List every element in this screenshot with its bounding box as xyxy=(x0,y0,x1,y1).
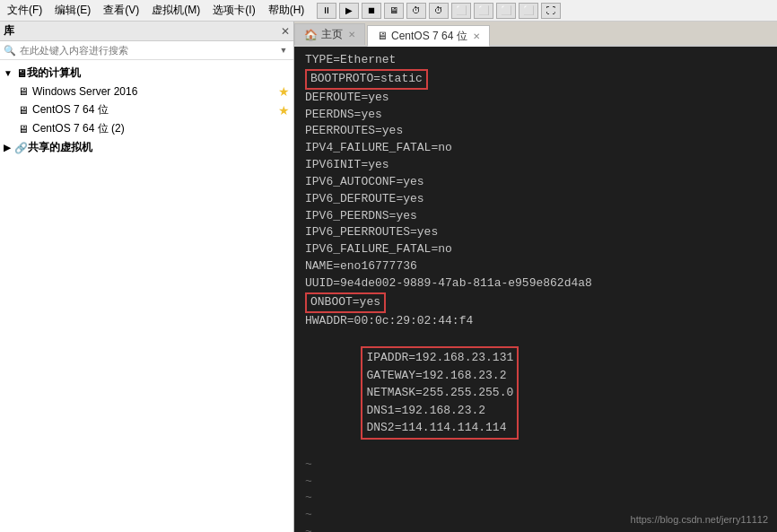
sidebar-header: 库 ✕ xyxy=(0,22,293,41)
term-tilde-2: ~ xyxy=(305,474,766,491)
tab-centos[interactable]: 🖥 CentOS 7 64 位 ✕ xyxy=(367,25,490,47)
sidebar-item-windows-label: Windows Server 2016 xyxy=(32,85,275,98)
term-line-peerroutes: PEERROUTES=yes xyxy=(305,123,766,140)
menu-vm[interactable]: 虚拟机(M) xyxy=(148,1,204,20)
toolbar-icons: ⏸ ▶ ⏹ 🖥 ⏱ ⏱ ⬜ ⬜ ⬜ ⬜ ⛶ xyxy=(317,3,561,19)
search-icon: 🔍 xyxy=(4,45,16,57)
highlight-bootproto: BOOTPROTO=static xyxy=(305,69,428,90)
menu-view[interactable]: 查看(V) xyxy=(100,1,143,20)
shared-icon: 🔗 xyxy=(14,142,28,154)
sidebar-item-centos2[interactable]: 🖥 CentOS 7 64 位 (2) xyxy=(0,119,293,138)
term-line-ipv6auto: IPV6_AUTOCONF=yes xyxy=(305,174,766,191)
sidebar-title: 库 xyxy=(4,23,14,39)
term-line-defroute: DEFROUTE=yes xyxy=(305,90,766,107)
vm-icon-centos: 🖥 xyxy=(18,104,29,117)
term-line-bootproto: BOOTPROTO=static xyxy=(305,69,766,90)
term-line-ipv6fail: IPV6_FAILURE_FATAL=no xyxy=(305,241,766,258)
term-line-ipv6init: IPV6INIT=yes xyxy=(305,157,766,174)
sidebar-item-centos[interactable]: 🖥 CentOS 7 64 位 ★ xyxy=(0,100,293,119)
sidebar-item-windows-server[interactable]: 🖥 Windows Server 2016 ★ xyxy=(0,83,293,100)
tab-home-close[interactable]: ✕ xyxy=(348,30,355,39)
tab-centos-close[interactable]: ✕ xyxy=(473,31,480,41)
sidebar-item-centos2-label: CentOS 7 64 位 (2) xyxy=(32,121,290,136)
tree-expand-arrow: ▼ xyxy=(4,68,13,78)
menu-file[interactable]: 文件(F) xyxy=(4,1,46,20)
right-panel: 🏠 主页 ✕ 🖥 CentOS 7 64 位 ✕ TYPE=Ethernet B… xyxy=(294,22,777,532)
term-line-ipv6peerr: IPV6_PEERROUTES=yes xyxy=(305,224,766,241)
toolbar-btn9[interactable]: ⬜ xyxy=(496,3,516,19)
sidebar: 库 ✕ 🔍 ▼ ▼ 🖥 我的计算机 🖥 Windows Server 2016 … xyxy=(0,22,294,532)
highlight-onboot: ONBOOT=yes xyxy=(305,292,386,313)
term-line-ip-block: IPADDR=192.168.23.131GATEWAY=192.168.23.… xyxy=(305,330,766,457)
toolbar-btn2[interactable]: ▶ xyxy=(339,3,359,19)
tab-centos-label: CentOS 7 64 位 xyxy=(391,29,467,44)
toolbar-btn8[interactable]: ⬜ xyxy=(474,3,493,19)
tab-home-label: 主页 xyxy=(321,27,343,42)
term-line-ipv6peer: IPV6_PEERDNS=yes xyxy=(305,208,766,225)
term-tilde-3: ~ xyxy=(305,490,766,507)
term-tilde-5: ~ xyxy=(305,524,766,532)
term-tilde-1: ~ xyxy=(305,457,766,474)
toolbar-btn6[interactable]: ⏱ xyxy=(429,3,449,19)
menubar: 文件(F) 编辑(E) 查看(V) 虚拟机(M) 选项卡(I) 帮助(H) ⏸ … xyxy=(0,0,777,22)
star-icon-centos: ★ xyxy=(278,103,290,118)
sidebar-tree: ▼ 🖥 我的计算机 🖥 Windows Server 2016 ★ 🖥 Cent… xyxy=(0,60,293,532)
shared-expand-arrow: ▶ xyxy=(4,143,11,153)
term-line-ipv6def: IPV6_DEFROUTE=yes xyxy=(305,191,766,208)
menu-edit[interactable]: 编辑(E) xyxy=(51,1,94,20)
toolbar-btn5[interactable]: ⏱ xyxy=(406,3,426,19)
sidebar-close-button[interactable]: ✕ xyxy=(281,25,290,38)
tree-root-my-computer[interactable]: ▼ 🖥 我的计算机 xyxy=(0,64,293,83)
sidebar-search-bar: 🔍 ▼ xyxy=(0,41,293,60)
term-line-hwaddr: HWADDR=00:0c:29:02:44:f4 xyxy=(305,313,766,330)
sidebar-item-centos-label: CentOS 7 64 位 xyxy=(32,102,275,118)
tree-children-my-computer: 🖥 Windows Server 2016 ★ 🖥 CentOS 7 64 位 … xyxy=(0,83,293,138)
highlight-ip-block: IPADDR=192.168.23.131GATEWAY=192.168.23.… xyxy=(361,346,519,440)
terminal-output: TYPE=Ethernet BOOTPROTO=static DEFROUTE=… xyxy=(294,47,777,532)
term-line-uuid: UUID=9e4de002-9889-47ab-811a-e959e862d4a… xyxy=(305,275,766,292)
home-icon: 🏠 xyxy=(304,29,318,41)
menu-help[interactable]: 帮助(H) xyxy=(265,1,309,20)
search-dropdown-button[interactable]: ▼ xyxy=(277,44,290,57)
toolbar-btn3[interactable]: ⏹ xyxy=(362,3,381,19)
search-input[interactable] xyxy=(20,45,277,56)
vm-icon-windows: 🖥 xyxy=(18,85,29,98)
term-line-name: NAME=eno16777736 xyxy=(305,258,766,275)
tree-shared-label: 共享的虚拟机 xyxy=(28,140,92,155)
term-tilde-4: ~ xyxy=(305,507,766,524)
term-line-peerdns: PEERDNS=yes xyxy=(305,107,766,124)
term-line-type: TYPE=Ethernet xyxy=(305,52,766,69)
computer-icon: 🖥 xyxy=(16,67,27,80)
menu-tab[interactable]: 选项卡(I) xyxy=(209,1,258,20)
toolbar-btn10[interactable]: ⬜ xyxy=(519,3,538,19)
tab-home[interactable]: 🏠 主页 ✕ xyxy=(294,23,365,45)
toolbar-fullscreen[interactable]: ⛶ xyxy=(541,3,561,19)
toolbar-btn4[interactable]: 🖥 xyxy=(384,3,404,19)
toolbar-btn7[interactable]: ⬜ xyxy=(451,3,471,19)
star-icon-windows: ★ xyxy=(278,84,290,99)
term-line-onboot: ONBOOT=yes xyxy=(305,292,766,313)
tabbar: 🏠 主页 ✕ 🖥 CentOS 7 64 位 ✕ xyxy=(294,22,777,47)
term-line-ipv4fail: IPV4_FAILURE_FATAL=no xyxy=(305,140,766,157)
main-layout: 库 ✕ 🔍 ▼ ▼ 🖥 我的计算机 🖥 Windows Server 2016 … xyxy=(0,22,777,532)
toolbar-pause[interactable]: ⏸ xyxy=(317,3,336,19)
vm-icon-centos2: 🖥 xyxy=(18,123,29,135)
tree-shared-vms[interactable]: ▶ 🔗 共享的虚拟机 xyxy=(0,138,293,157)
tree-root-label: 我的计算机 xyxy=(27,65,81,81)
tab-centos-icon: 🖥 xyxy=(377,30,388,42)
